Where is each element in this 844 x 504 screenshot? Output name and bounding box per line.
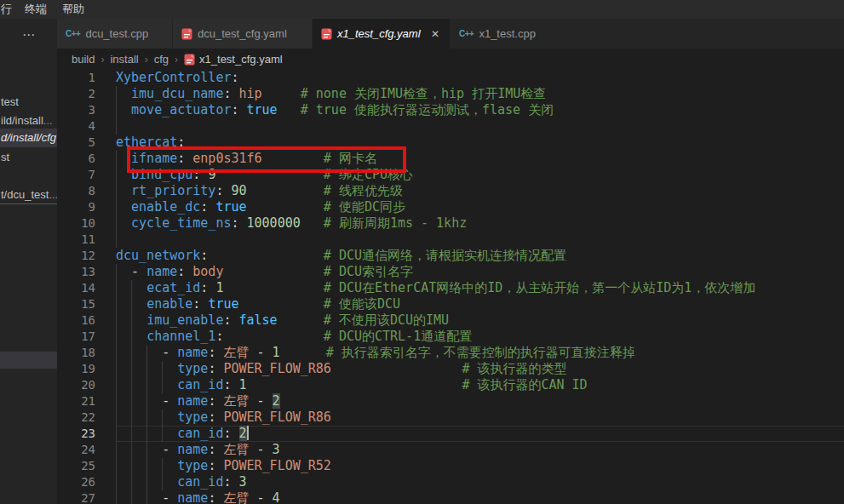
code-line[interactable]: 21 - name: 左臂 - 2 <box>57 393 844 410</box>
code-line[interactable]: 5ethercat: <box>57 135 844 151</box>
code-line[interactable]: 18 - name: 左臂 - 1 # 执行器索引名字，不需要控制的执行器可直接… <box>57 345 844 361</box>
indent-guide <box>131 393 132 410</box>
code-token: 4 <box>273 490 280 504</box>
sidebar-item-dcu-test[interactable]: t/dcu_test... <box>0 186 57 204</box>
code-token: POWER_FLOW_R86 <box>223 410 330 425</box>
code-token: name <box>177 393 208 409</box>
code-token: # 刷新周期1ms - 1khz <box>324 215 467 231</box>
indent-guide <box>116 345 117 361</box>
code-line[interactable]: 1XyberController: <box>57 70 844 86</box>
code-line[interactable]: 20 can_id: 1 # 该执行器的CAN ID <box>57 377 844 393</box>
line-number: 3 <box>57 102 116 118</box>
code-line[interactable]: 19 type: POWER_FLOW_R86 # 该执行器的类型 <box>57 361 844 377</box>
code-line[interactable]: 15 enable: true # 使能该DCU <box>57 296 844 312</box>
indent-guide <box>131 490 132 504</box>
code-line[interactable]: 24 - name: 左臂 - 3 <box>57 442 844 458</box>
code-token: ethercat <box>116 135 177 150</box>
code-token: 1 <box>239 377 247 392</box>
code-line[interactable]: 16 imu_enable: false # 不使用该DCU的IMU <box>57 312 844 329</box>
code-token: can_id <box>177 426 223 441</box>
indent-guide <box>146 426 147 442</box>
code-token: true <box>208 296 238 312</box>
indent-guide <box>146 345 147 361</box>
code-line[interactable]: 26 can_id: 3 <box>57 474 844 490</box>
tab-x1-test-cpp[interactable]: C++ x1_test.cpp <box>451 19 560 49</box>
code-line[interactable]: 3 move_actuator: true # true 使能执行器运动测试，f… <box>57 102 844 118</box>
code-token: name <box>177 442 208 457</box>
line-number: 23 <box>57 426 116 442</box>
code-line[interactable]: 23 can_id: 2 <box>57 426 844 442</box>
code-token: can_id <box>177 474 223 490</box>
code-line[interactable]: 2 imu_dcu_name: hip # none 关闭IMU检查，hip 打… <box>57 86 844 102</box>
code-line[interactable]: 27 - name: 左臂 - 4 <box>57 490 844 504</box>
code-token: enable <box>146 296 192 312</box>
close-icon[interactable]: ✕ <box>429 28 441 40</box>
line-number: 21 <box>57 393 116 410</box>
code-token <box>116 102 131 117</box>
menu-item-help[interactable]: 帮助 <box>55 0 92 19</box>
sidebar-item-test[interactable]: test <box>0 94 57 111</box>
sidebar-item-install[interactable]: ild/install... <box>0 112 57 129</box>
code-token: : <box>223 426 238 441</box>
indent-guide <box>146 490 147 504</box>
menu-item-run[interactable]: 行 <box>0 0 17 19</box>
code-token <box>116 199 131 215</box>
tab-dcu-test-cpp[interactable]: C++ dcu_test.cpp <box>57 19 173 49</box>
code-line[interactable]: 13 - name: body # DCU索引名字 <box>57 264 844 280</box>
line-number: 12 <box>57 248 116 264</box>
code-line[interactable]: 17 channel_1: # DCU的CTRL-1通道配置 <box>57 329 844 345</box>
code-token <box>247 199 324 215</box>
code-token: - <box>249 442 272 457</box>
code-line[interactable]: 6 ifname: enp0s31f6 # 网卡名 <box>57 151 844 167</box>
yaml-file-icon <box>181 28 192 40</box>
code-line[interactable]: 22 type: POWER_FLOW_R86 <box>57 410 844 426</box>
breadcrumb-segment-install[interactable]: install <box>110 53 138 66</box>
indent-guide <box>116 312 117 329</box>
code-token <box>239 296 324 312</box>
code-token: 左臂 <box>223 393 249 409</box>
sidebar-item-install-cfg-selected[interactable]: d/install/cfg <box>0 129 57 147</box>
code-token <box>331 361 462 376</box>
code-token: body <box>192 264 223 279</box>
code-token <box>247 183 324 198</box>
code-line[interactable]: 7 bind_cpu: 9 # 绑定CPU核心 <box>57 167 844 183</box>
sidebar-selected-row[interactable] <box>0 352 57 369</box>
breadcrumb-segment-build[interactable]: build <box>72 53 95 66</box>
code-token: # DCU索引名字 <box>324 264 413 279</box>
code-line[interactable]: 8 rt_priority: 90 # 线程优先级 <box>57 183 844 199</box>
code-token: : <box>208 393 223 409</box>
indent-guide <box>131 410 132 426</box>
code-line[interactable]: 14 ecat_id: 1 # DCU在EtherCAT网络中的ID，从主站开始… <box>57 280 844 296</box>
code-editor[interactable]: 1XyberController:2 imu_dcu_name: hip # n… <box>57 70 844 504</box>
code-token: enable_dc <box>131 199 200 215</box>
code-line[interactable]: 12dcu_network: # DCU通信网络，请根据实机连接情况配置 <box>57 248 844 264</box>
code-line[interactable]: 11 <box>57 232 844 248</box>
chevron-right-icon: › <box>100 54 104 66</box>
code-token <box>301 215 324 231</box>
menu-item-terminal[interactable]: 终端 <box>17 0 55 19</box>
indent-guide <box>131 426 132 442</box>
code-token: 左臂 <box>223 442 249 457</box>
indent-guide <box>116 458 117 474</box>
code-token <box>278 102 301 117</box>
code-line[interactable]: 9 enable_dc: true # 使能DC同步 <box>57 199 844 215</box>
breadcrumb-file[interactable]: x1_test_cfg.yaml <box>184 53 283 66</box>
indent-guide <box>131 474 132 490</box>
code-line[interactable]: 25 type: POWER_FLOW_R52 <box>57 458 844 474</box>
sidebar-item-st[interactable]: st <box>0 149 57 166</box>
tab-dcu-test-cfg-yaml[interactable]: dcu_test_cfg.yaml <box>173 19 313 49</box>
code-line[interactable]: 4 <box>57 118 844 135</box>
tab-x1-test-cfg-yaml-active[interactable]: x1_test_cfg.yaml ✕ <box>313 19 451 49</box>
line-number: 25 <box>57 458 116 474</box>
code-token: 90 <box>231 183 246 198</box>
code-token: : <box>231 70 238 85</box>
tab-label: x1_test.cpp <box>479 27 536 40</box>
menu-bar: 行 终端 帮助 <box>0 0 844 19</box>
line-number: 17 <box>57 329 116 345</box>
code-token: true <box>215 199 246 215</box>
indent-guide <box>162 474 163 490</box>
more-actions-icon[interactable]: ⋯ <box>22 27 36 43</box>
code-line[interactable]: 10 cycle_time_ns: 1000000 # 刷新周期1ms - 1k… <box>57 215 844 232</box>
breadcrumb-segment-cfg[interactable]: cfg <box>154 53 169 66</box>
code-token <box>116 215 131 231</box>
